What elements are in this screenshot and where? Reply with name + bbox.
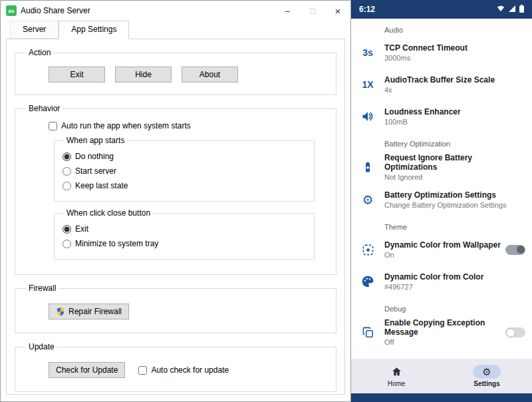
firewall-groupbox: Firewall (15, 284, 336, 333)
auto-check-update-row[interactable]: Auto check for update (138, 365, 229, 375)
1x-icon: 1X (351, 79, 384, 90)
status-icons (497, 5, 524, 15)
setting-subtitle: #496727 (384, 283, 483, 291)
bottom-nav: Home ⚙ Settings (351, 359, 532, 393)
battery-status-icon (519, 5, 524, 15)
radio-start-server-row[interactable]: Start server (63, 166, 306, 176)
setting-title: TCP Connect Timeout (384, 43, 467, 53)
repair-firewall-button[interactable]: Repair Firewall (49, 303, 129, 319)
autorun-label: Auto run the app when system starts (61, 121, 191, 130)
update-group-label: Update (26, 342, 57, 351)
setting-title: Dynamic Color from Wallpaper (384, 240, 501, 250)
radio-do-nothing-row[interactable]: Do nothing (63, 152, 306, 161)
setting-title: Dynamic Color from Color (384, 272, 483, 282)
close-button[interactable]: × (325, 1, 350, 21)
setting-title: Battery Optimization Settings (384, 190, 506, 200)
setting-subtitle: On (384, 251, 501, 259)
do-nothing-label: Do nothing (75, 152, 114, 161)
android-settings-screen: 6:12 Audio 3s TCP Connect Timeout 3000ms… (351, 0, 532, 402)
settings-list: Audio 3s TCP Connect Timeout 3000ms 1X A… (351, 19, 532, 359)
close-exit-label: Exit (75, 224, 88, 234)
repair-firewall-label: Repair Firewall (68, 307, 122, 316)
close-exit-radio[interactable] (63, 225, 71, 234)
tab-strip: Server App Settings (1, 21, 350, 39)
radio-close-exit-row[interactable]: Exit (63, 224, 306, 234)
window-controls: – □ × (275, 1, 350, 21)
update-groupbox: Update Check for Update Auto check for u… (15, 342, 336, 392)
exit-button[interactable]: Exit (49, 67, 105, 83)
uac-shield-icon (56, 307, 65, 316)
nav-home-label: Home (388, 380, 406, 387)
screenshot-root: as Audio Share Server – □ × Server App S… (0, 0, 532, 402)
setting-dynamic-color-from-wallpaper[interactable]: Dynamic Color from Wallpaper On (351, 234, 532, 266)
setting-title: Enable Copying Exception Message (384, 318, 505, 337)
keep-last-state-radio[interactable] (63, 182, 71, 190)
setting-subtitle: 4x (384, 86, 495, 94)
status-bar: 6:12 (351, 0, 532, 19)
autorun-checkbox[interactable] (49, 122, 57, 130)
auto-check-update-checkbox[interactable] (138, 366, 147, 375)
keep-last-state-label: Keep last state (75, 181, 128, 190)
minimize-tray-radio[interactable] (63, 240, 71, 248)
behavior-group-label: Behavior (26, 104, 63, 113)
home-icon (382, 365, 410, 379)
window-title: Audio Share Server (21, 6, 90, 15)
app-icon: as (6, 5, 17, 16)
gesture-nav-strip (351, 393, 532, 402)
radio-keep-last-state-row[interactable]: Keep last state (63, 181, 306, 190)
status-time: 6:12 (359, 5, 375, 14)
setting-title: Loudness Enhancer (384, 107, 461, 116)
audio-share-server-window: as Audio Share Server – □ × Server App S… (0, 0, 351, 402)
battery-icon (351, 160, 384, 174)
do-nothing-radio[interactable] (63, 152, 71, 161)
tab-server[interactable]: Server (10, 21, 59, 39)
setting-enable-copying-exception-message[interactable]: Enable Copying Exception Message Off (351, 315, 532, 349)
when-close-groupbox: When click close button Exit Minimize to… (54, 208, 315, 260)
setting-loudness-enhancer[interactable]: Loudness Enhancer 100mB (351, 100, 532, 132)
section-header-battery-optimization: Battery Optimization (351, 132, 532, 150)
start-server-label: Start server (75, 166, 116, 176)
about-button[interactable]: About (182, 67, 238, 83)
action-group-label: Action (26, 48, 53, 57)
setting-dynamic-color-from-color[interactable]: Dynamic Color from Color #496727 (351, 266, 532, 298)
gear-icon: ⚙ (351, 194, 384, 206)
settings-gear-icon: ⚙ (473, 365, 501, 379)
copy-exception-toggle[interactable] (505, 327, 525, 337)
setting-title: Request Ignore Battery Optimizations (384, 153, 525, 172)
check-for-update-button[interactable]: Check for Update (49, 362, 125, 378)
autorun-checkbox-row[interactable]: Auto run the app when system starts (49, 121, 329, 130)
hide-button[interactable]: Hide (115, 67, 172, 83)
speaker-icon (351, 110, 384, 123)
nav-settings-label: Settings (473, 380, 499, 387)
3s-icon: 3s (351, 47, 384, 58)
copy-icon (351, 326, 384, 339)
setting-subtitle: Change Battery Optimization Settings (384, 201, 506, 209)
when-close-label: When click close button (64, 208, 153, 218)
setting-subtitle: Not Ignored (384, 173, 525, 181)
firewall-group-label: Firewall (26, 284, 59, 293)
setting-request-ignore-battery-optimizations[interactable]: Request Ignore Battery Optimizations Not… (351, 150, 532, 184)
minimize-tray-label: Minimize to system tray (75, 239, 158, 248)
titlebar[interactable]: as Audio Share Server – □ × (1, 1, 350, 21)
minimize-button[interactable]: – (275, 1, 300, 21)
tab-app-settings[interactable]: App Settings (59, 21, 129, 39)
setting-battery-optimization-settings[interactable]: ⚙ Battery Optimization Settings Change B… (351, 184, 532, 216)
section-header-theme: Theme (351, 216, 532, 234)
wallpaper-color-toggle[interactable] (505, 245, 525, 255)
setting-subtitle: 100mB (384, 118, 461, 126)
wifi-icon (497, 5, 505, 15)
nav-home[interactable]: Home (351, 359, 442, 393)
behavior-groupbox: Behavior Auto run the app when system st… (15, 104, 336, 275)
nav-settings[interactable]: ⚙ Settings (442, 359, 532, 393)
start-server-radio[interactable] (63, 167, 71, 176)
setting-title: AudioTrack Buffer Size Scale (384, 75, 495, 85)
maximize-button[interactable]: □ (300, 1, 325, 21)
setting-tcp-connect-timeout[interactable]: 3s TCP Connect Timeout 3000ms (351, 37, 532, 69)
signal-icon (508, 5, 516, 15)
setting-subtitle: Off (384, 338, 505, 346)
section-header-audio: Audio (351, 19, 532, 37)
setting-audiotrack-buffer-size[interactable]: 1X AudioTrack Buffer Size Scale 4x (351, 69, 532, 100)
action-groupbox: Action Exit Hide About (15, 48, 336, 95)
app-settings-panel: Action Exit Hide About Behavior Auto run… (6, 39, 345, 395)
radio-minimize-tray-row[interactable]: Minimize to system tray (63, 239, 306, 248)
